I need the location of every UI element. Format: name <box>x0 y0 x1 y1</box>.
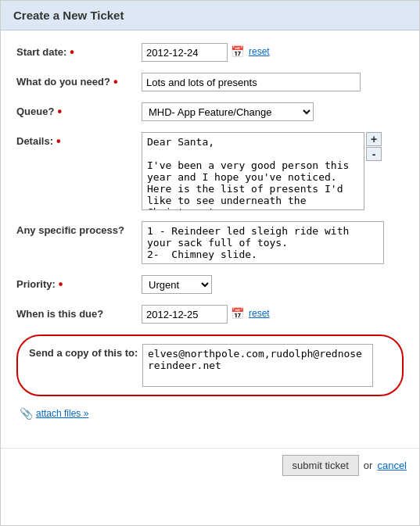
due-date-control: 📅 reset <box>142 305 404 324</box>
start-date-reset[interactable]: reset <box>249 43 270 57</box>
page-wrapper: Create a New Ticket Start date: • 📅 rese… <box>0 0 420 526</box>
priority-select[interactable]: Urgent High Medium Low <box>142 275 212 294</box>
queue-control: MHD- App Feature/Change <box>142 102 404 121</box>
send-copy-section: Send a copy of this to: elves@northpole.… <box>16 335 404 396</box>
required-indicator: • <box>70 46 74 59</box>
required-indicator-5: • <box>59 278 63 291</box>
details-textarea-wrapper: Dear Santa, I've been a very good person… <box>142 132 382 210</box>
start-date-control: 📅 reset <box>142 43 404 62</box>
queue-row: Queue? • MHD- App Feature/Change <box>16 102 404 121</box>
start-date-row: Start date: • 📅 reset <box>16 43 404 62</box>
queue-select[interactable]: MHD- App Feature/Change <box>142 102 314 121</box>
process-textarea[interactable]: 1 - Reindeer led sleigh ride with your s… <box>142 221 384 264</box>
what-need-control <box>142 73 404 91</box>
start-date-label: Start date: • <box>16 43 142 59</box>
zoom-controls: + - <box>366 132 382 162</box>
due-calendar-icon[interactable]: 📅 <box>231 305 244 320</box>
footer-row: submit ticket or cancel <box>1 448 419 482</box>
zoom-out-button[interactable]: - <box>366 147 382 161</box>
due-date-reset[interactable]: reset <box>249 305 270 319</box>
details-control: Dear Santa, I've been a very good person… <box>142 132 404 210</box>
page-title: Create a New Ticket <box>13 9 124 22</box>
required-indicator-3: • <box>57 106 62 118</box>
priority-label: Priority: • <box>16 275 142 291</box>
zoom-in-button[interactable]: + <box>366 132 382 146</box>
send-copy-textarea[interactable]: elves@northpole.com,rudolph@rednosereind… <box>142 344 373 387</box>
details-label: Details: • <box>16 132 142 148</box>
what-need-row: What do you need? • <box>16 73 404 91</box>
paperclip-icon: 📎 <box>20 407 33 420</box>
process-row: Any specific process? 1 - Reindeer led s… <box>16 221 404 264</box>
start-date-input[interactable] <box>142 43 228 62</box>
details-textarea[interactable]: Dear Santa, I've been a very good person… <box>142 132 364 210</box>
what-need-input[interactable] <box>142 73 361 91</box>
details-row: Details: • Dear Santa, I've been a very … <box>16 132 404 210</box>
required-indicator-2: • <box>113 76 118 88</box>
due-date-input[interactable] <box>142 305 228 324</box>
process-control: 1 - Reindeer led sleigh ride with your s… <box>142 221 404 264</box>
page-header: Create a New Ticket <box>1 1 419 30</box>
attach-row: 📎 attach files » <box>20 407 404 420</box>
what-need-label: What do you need? • <box>16 73 142 88</box>
due-date-row: When is this due? 📅 reset <box>16 305 404 324</box>
attach-files-link[interactable]: attach files » <box>36 408 88 419</box>
or-text: or <box>364 460 373 471</box>
priority-control: Urgent High Medium Low <box>142 275 404 294</box>
priority-row: Priority: • Urgent High Medium Low <box>16 275 404 294</box>
required-indicator-4: • <box>56 135 61 148</box>
submit-button[interactable]: submit ticket <box>282 455 359 476</box>
send-copy-label: Send a copy of this to: <box>29 344 142 359</box>
cancel-link[interactable]: cancel <box>377 460 407 471</box>
form-body: Start date: • 📅 reset What do you need? … <box>1 30 419 448</box>
queue-label: Queue? • <box>16 102 142 118</box>
calendar-icon[interactable]: 📅 <box>231 43 244 58</box>
due-date-label: When is this due? <box>16 305 142 320</box>
process-label: Any specific process? <box>16 221 142 236</box>
